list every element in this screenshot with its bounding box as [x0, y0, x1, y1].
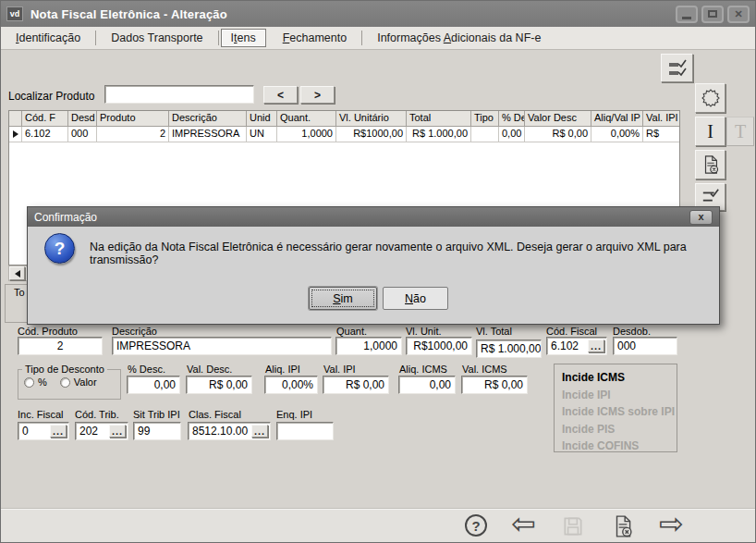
quant-label: Quant.	[336, 326, 367, 337]
tab-identificacao[interactable]: Identificação	[3, 29, 93, 47]
inc-fiscal-lookup-button[interactable]: ...	[50, 425, 67, 438]
sit-trib-ipi-label: Sit Trib IPI	[133, 409, 180, 420]
window-title: Nota Fiscal Eletrônica - Alteração	[30, 7, 227, 21]
cod-trib-label: Cód. Trib.	[75, 409, 119, 420]
cod-fiscal-lookup-button[interactable]: ...	[588, 339, 604, 352]
incide-icms: Incide ICMS	[562, 369, 677, 387]
dialog-message: Na edição da Nota Fiscal Eletrônica é ne…	[90, 241, 706, 266]
nfe-window: vd Nota Fiscal Eletrônica - Alteração ✕ …	[0, 0, 756, 543]
tab-fechamento[interactable]: Fechamento	[270, 29, 360, 47]
help-button[interactable]: ?	[465, 514, 487, 537]
save-button-disabled	[561, 514, 585, 542]
scroll-left-button[interactable]	[9, 266, 25, 280]
radio-valor-icon	[60, 377, 70, 388]
tipo-desconto-legend: Tipo de Desconto	[22, 364, 107, 375]
maximize-icon	[708, 10, 717, 18]
minimize-icon	[682, 17, 691, 19]
perc-desc-label: % Desc.	[128, 364, 165, 375]
aliq-ipi-field[interactable]: 0,00%	[264, 376, 318, 394]
bottom-toolbar: ? ⇦ ⇨	[1, 508, 755, 542]
val-desc-field[interactable]: R$ 0,00	[186, 376, 252, 394]
current-row-marker-icon	[9, 127, 22, 142]
tipo-desconto-group: Tipo de Desconto % Valor	[18, 364, 121, 400]
list-check-icon	[666, 57, 689, 80]
seal-button[interactable]	[695, 83, 726, 113]
app-logo-icon: vd	[6, 6, 23, 21]
incide-icms-sobre-ipi: Incide ICMS sobre IPI	[562, 403, 677, 421]
maximize-button[interactable]	[701, 6, 724, 23]
tab-strip: Identificação Dados Transporte Itens Fec…	[1, 27, 755, 50]
item-info-button[interactable]: I	[695, 117, 726, 146]
dialog-close-button[interactable]: x	[689, 210, 713, 225]
incide-ipi: Incide IPI	[562, 387, 677, 404]
tab-informacoes-adicionais[interactable]: Informações Adicionais da NF-e	[364, 29, 554, 47]
seal-icon	[700, 87, 722, 109]
letter-t-icon: T	[735, 121, 746, 142]
dialog-title: Confirmação	[34, 211, 97, 224]
cancel-item-button[interactable]	[695, 150, 726, 179]
val-desc-label: Val. Desc.	[187, 364, 232, 375]
text-button-disabled: T	[726, 117, 754, 146]
close-button[interactable]: ✕	[727, 6, 750, 23]
cod-fiscal-field[interactable]: 6.102 ...	[546, 337, 607, 355]
tab-separator	[95, 31, 96, 45]
table-row[interactable]: 6.102 000 2 IMPRESSORA UN 1,0000 R$1000,…	[9, 127, 679, 142]
incide-pis: Incide PIS	[562, 421, 677, 438]
vl-unit-label: Vl. Unit.	[406, 326, 442, 337]
question-icon: ?	[44, 233, 75, 264]
val-ipi-field[interactable]: R$ 0,00	[323, 376, 389, 394]
aliq-ipi-label: Aliq. IPI	[265, 364, 300, 375]
vl-total-label: Vl. Total	[476, 326, 512, 337]
vl-unit-field[interactable]: R$1000,00	[406, 337, 472, 355]
cod-fiscal-label: Cód. Fiscal	[546, 326, 597, 337]
radio-valor[interactable]: Valor	[60, 376, 97, 388]
tab-separator	[361, 31, 362, 45]
cod-produto-field[interactable]: 2	[18, 337, 103, 355]
cod-trib-lookup-button[interactable]: ...	[109, 425, 126, 438]
vl-total-field[interactable]: R$ 1.000,00	[476, 339, 542, 358]
search-input[interactable]	[104, 85, 254, 104]
val-icms-label: Val. ICMS	[462, 364, 507, 375]
sit-trib-ipi-field[interactable]: 99	[133, 422, 181, 440]
tab-itens[interactable]: Itens	[221, 29, 266, 47]
val-ipi-label: Val. IPI	[323, 364, 356, 375]
radio-percent[interactable]: %	[24, 376, 47, 388]
radio-percent-icon	[24, 377, 34, 388]
clas-fiscal-field[interactable]: 8512.10.00 ...	[188, 422, 271, 440]
back-arrow-icon: ⇦	[511, 506, 536, 541]
inc-fiscal-label: Inc. Fiscal	[18, 409, 64, 420]
val-icms-field[interactable]: R$ 0,00	[461, 376, 528, 394]
inc-fiscal-field[interactable]: 0 ...	[18, 422, 69, 440]
previous-button[interactable]: ⇦	[511, 512, 536, 536]
clas-fiscal-lookup-button[interactable]: ...	[251, 425, 268, 438]
scroll-left-icon	[15, 270, 20, 278]
desdob-label: Desdob.	[613, 326, 651, 337]
minimize-button[interactable]	[676, 6, 698, 23]
forward-arrow-icon: ⇨	[659, 506, 684, 541]
aliq-icms-field[interactable]: 0,00	[398, 376, 456, 394]
enq-ipi-label: Enq. IPI	[276, 409, 312, 420]
yes-button[interactable]: Sim	[309, 287, 377, 310]
perc-desc-field[interactable]: 0,00	[127, 376, 180, 394]
incide-cofins: Incide COFINS	[562, 438, 677, 455]
help-icon: ?	[465, 514, 487, 537]
next-button[interactable]: ⇨	[659, 512, 684, 536]
quant-field[interactable]: 1,0000	[335, 337, 402, 355]
save-icon	[561, 514, 585, 538]
mark-items-button[interactable]	[661, 54, 693, 82]
document-cancel-icon	[611, 514, 635, 538]
cancel-document-button[interactable]	[611, 514, 635, 542]
list-check-small-icon	[701, 188, 721, 206]
cod-trib-field[interactable]: 202 ...	[75, 422, 128, 440]
dialog-close-icon: x	[698, 212, 703, 222]
prev-item-button[interactable]: <	[263, 86, 298, 104]
tab-dados-transporte[interactable]: Dados Transporte	[98, 29, 215, 47]
next-item-button[interactable]: >	[300, 86, 335, 104]
descricao-field[interactable]: IMPRESSORA	[112, 337, 332, 355]
no-button[interactable]: Não	[383, 287, 448, 310]
confirmation-dialog: Confirmação x ? Na edição da Nota Fiscal…	[27, 206, 720, 325]
dialog-titlebar: Confirmação x	[28, 207, 719, 227]
desdob-field[interactable]: 000	[613, 337, 677, 355]
enq-ipi-field[interactable]	[276, 422, 334, 440]
window-titlebar: vd Nota Fiscal Eletrônica - Alteração ✕	[1, 1, 755, 27]
